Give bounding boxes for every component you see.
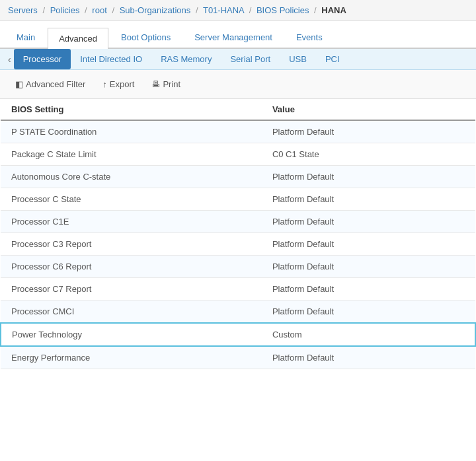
setting-name-cell: Processor C State (1, 188, 262, 211)
setting-value-cell: Platform Default (262, 278, 475, 301)
setting-name-cell: Autonomous Core C-state (1, 166, 262, 188)
table-row[interactable]: Processor C3 ReportPlatform Default (1, 233, 475, 256)
breadcrumb-current: HANA (321, 5, 346, 15)
sub-tab-intel-directed-io[interactable]: Intel Directed IO (71, 49, 151, 69)
setting-value-cell: Platform Default (262, 346, 475, 369)
tab-events[interactable]: Events (285, 26, 334, 48)
setting-name-cell: Processor C7 Report (1, 278, 262, 301)
sub-tab-pci[interactable]: PCI (316, 49, 349, 69)
sub-tab-serial-port[interactable]: Serial Port (221, 49, 280, 69)
sub-tab-processor[interactable]: Processor (14, 49, 71, 69)
setting-value-cell: Platform Default (262, 211, 475, 233)
col-header-setting: BIOS Setting (1, 99, 262, 120)
tab-server-management[interactable]: Server Management (183, 26, 284, 48)
filter-icon: ◧ (15, 79, 23, 89)
table-row[interactable]: Processor C6 ReportPlatform Default (1, 256, 475, 278)
table-row[interactable]: Energy PerformancePlatform Default (1, 346, 475, 369)
bios-table: BIOS Setting Value P STATE CoordinationP… (0, 99, 476, 369)
setting-name-cell: Processor C1E (1, 211, 262, 233)
breadcrumb-bios-policies[interactable]: BIOS Policies (257, 5, 309, 15)
main-tabs: Main Advanced Boot Options Server Manage… (0, 21, 476, 49)
setting-value-cell: Platform Default (262, 166, 475, 188)
setting-value-cell: Platform Default (262, 301, 475, 324)
breadcrumb-suborgs[interactable]: Sub-Organizations (120, 5, 191, 15)
export-label: Export (110, 79, 135, 89)
sub-tab-ras-memory[interactable]: RAS Memory (151, 49, 221, 69)
table-row[interactable]: Processor C1EPlatform Default (1, 211, 475, 233)
print-button[interactable]: 🖶 Print (144, 75, 188, 93)
setting-name-cell: Processor C6 Report (1, 256, 262, 278)
setting-name-cell: Energy Performance (1, 346, 262, 369)
breadcrumb-servers[interactable]: Servers (8, 5, 38, 15)
setting-name-cell: Package C State Limit (1, 143, 262, 166)
table-row[interactable]: Processor C StatePlatform Default (1, 188, 475, 211)
table-row[interactable]: Processor C7 ReportPlatform Default (1, 278, 475, 301)
export-button[interactable]: ↑ Export (95, 75, 141, 93)
export-icon: ↑ (102, 79, 107, 89)
table-row[interactable]: Power TechnologyCustom (1, 323, 475, 346)
table-row[interactable]: Processor CMCIPlatform Default (1, 301, 475, 324)
table-header-row: BIOS Setting Value (1, 99, 475, 120)
toolbar: ◧ Advanced Filter ↑ Export 🖶 Print (0, 70, 476, 99)
sub-tabs-container: ‹ Processor Intel Directed IO RAS Memory… (0, 49, 476, 70)
print-label: Print (163, 79, 180, 89)
breadcrumb-t01hana[interactable]: T01-HANA (203, 5, 244, 15)
setting-name-cell: Processor C3 Report (1, 233, 262, 256)
advanced-filter-label: Advanced Filter (26, 79, 85, 89)
setting-value-cell: Custom (262, 323, 475, 346)
print-icon: 🖶 (151, 79, 160, 89)
setting-name-cell: P STATE Coordination (1, 120, 262, 143)
table-row[interactable]: Autonomous Core C-statePlatform Default (1, 166, 475, 188)
setting-name-cell: Power Technology (1, 323, 262, 346)
breadcrumb: Servers / Policies / root / Sub-Organiza… (0, 0, 476, 21)
setting-value-cell: C0 C1 State (262, 143, 475, 166)
sub-tab-usb[interactable]: USB (280, 49, 316, 69)
sub-tab-prev-arrow[interactable]: ‹ (5, 54, 14, 65)
sub-tabs: Processor Intel Directed IO RAS Memory S… (14, 49, 349, 69)
breadcrumb-root[interactable]: root (92, 5, 106, 15)
setting-value-cell: Platform Default (262, 188, 475, 211)
table-row[interactable]: Package C State LimitC0 C1 State (1, 143, 475, 166)
tab-main[interactable]: Main (5, 26, 46, 48)
advanced-filter-button[interactable]: ◧ Advanced Filter (8, 75, 93, 93)
setting-value-cell: Platform Default (262, 233, 475, 256)
setting-name-cell: Processor CMCI (1, 301, 262, 324)
tab-boot-options[interactable]: Boot Options (110, 26, 182, 48)
tab-advanced[interactable]: Advanced (48, 28, 108, 49)
col-header-value: Value (262, 99, 475, 120)
table-row[interactable]: P STATE CoordinationPlatform Default (1, 120, 475, 143)
setting-value-cell: Platform Default (262, 120, 475, 143)
setting-value-cell: Platform Default (262, 256, 475, 278)
breadcrumb-policies[interactable]: Policies (50, 5, 80, 15)
